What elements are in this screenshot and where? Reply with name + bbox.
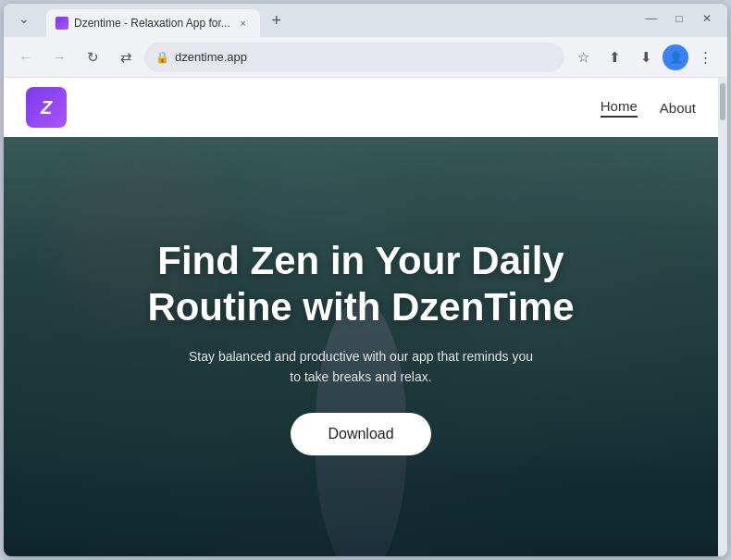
close-window-button[interactable]: ✕ — [694, 6, 720, 31]
window-controls: — □ ✕ — [638, 6, 720, 37]
tab-close-button[interactable]: × — [236, 16, 251, 31]
tab-controls-left: ⌄ — [11, 6, 37, 37]
tab-list-button[interactable]: ⌄ — [11, 6, 37, 31]
page-content: Z Home About Find Zen in Your Daily Rout… — [4, 78, 718, 556]
scrollbar-track[interactable] — [718, 78, 727, 556]
minimize-button[interactable]: — — [638, 6, 664, 31]
menu-button[interactable]: ⋮ — [690, 43, 720, 72]
scrollbar-thumb[interactable] — [720, 83, 725, 120]
content-wrapper: Z Home About Find Zen in Your Daily Rout… — [4, 78, 727, 556]
site-nav: Home About — [601, 98, 696, 118]
tab-favicon — [56, 17, 68, 30]
new-tab-button[interactable]: + — [264, 7, 290, 33]
logo-letter: Z — [41, 97, 52, 118]
reload-button[interactable]: ↻ — [78, 43, 107, 72]
forward-button[interactable]: → — [44, 43, 74, 72]
hero-content: Find Zen in Your Daily Routine with Dzen… — [83, 238, 638, 456]
share-button[interactable]: ⬆ — [600, 43, 629, 72]
download-button[interactable]: Download — [291, 413, 430, 455]
hero-section: Find Zen in Your Daily Routine with Dzen… — [4, 137, 718, 556]
profile-button[interactable]: 👤 — [663, 44, 688, 70]
browser-window: ⌄ Dzentime - Relaxation App for... × + —… — [4, 4, 727, 556]
download-toolbar-button[interactable]: ⬇ — [631, 43, 661, 72]
address-text: dzentime.app — [175, 50, 553, 64]
nav-home[interactable]: Home — [601, 98, 638, 118]
address-mode-button[interactable]: ⇄ — [111, 43, 141, 72]
maximize-button[interactable]: □ — [666, 6, 692, 31]
back-button[interactable]: ← — [11, 43, 41, 72]
site-header: Z Home About — [4, 78, 718, 137]
active-tab[interactable]: Dzentime - Relaxation App for... × — [46, 9, 260, 37]
hero-title: Find Zen in Your Daily Routine with Dzen… — [120, 238, 601, 331]
address-bar[interactable]: 🔒 dzentime.app — [144, 43, 564, 72]
tab-bar: ⌄ Dzentime - Relaxation App for... × + —… — [4, 4, 727, 37]
nav-about[interactable]: About — [660, 100, 696, 116]
site-logo: Z — [26, 87, 67, 128]
browser-toolbar: ← → ↻ ⇄ 🔒 dzentime.app ☆ ⬆ ⬇ 👤 ⋮ — [4, 37, 727, 78]
toolbar-right: ☆ ⬆ ⬇ 👤 ⋮ — [568, 43, 720, 72]
tab-title: Dzentime - Relaxation App for... — [74, 17, 230, 30]
hero-subtitle: Stay balanced and productive with our ap… — [185, 346, 537, 388]
bookmark-button[interactable]: ☆ — [568, 43, 598, 72]
address-bar-icon: 🔒 — [155, 51, 169, 64]
